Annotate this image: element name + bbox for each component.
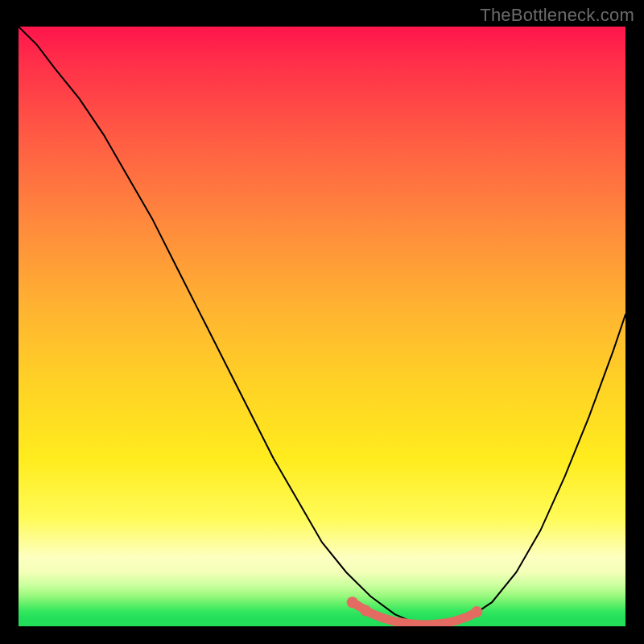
- optimal-range-highlight: [353, 602, 477, 625]
- left-dot: [347, 597, 358, 608]
- right-dot: [471, 606, 482, 617]
- watermark-text: TheBottleneck.com: [480, 5, 634, 26]
- bottleneck-curve: [19, 27, 625, 625]
- chart-frame: TheBottleneck.com: [0, 0, 644, 644]
- chart-svg: [19, 27, 625, 626]
- mid-dot: [360, 605, 371, 617]
- plot-area: [19, 27, 625, 626]
